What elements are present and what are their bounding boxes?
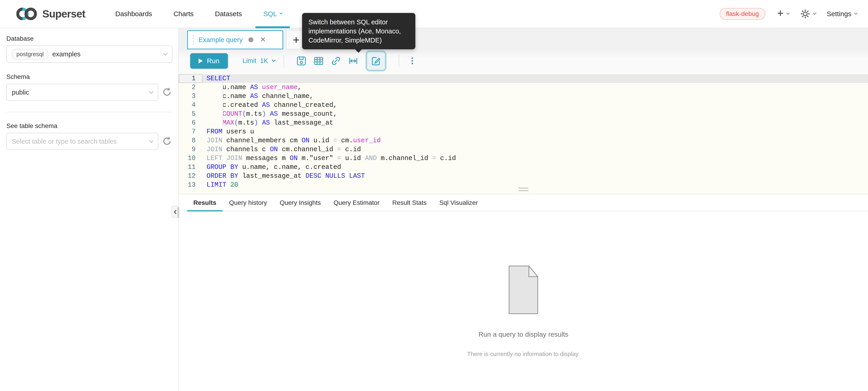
editor-resize-handle[interactable] (518, 185, 529, 193)
unsaved-indicator-dot (248, 37, 253, 42)
more-kebab-icon (411, 56, 413, 65)
code-text: u.name AS user_name, (203, 83, 868, 92)
sql-code-editor[interactable]: 1SELECT2 u.name AS user_name,3 c.name AS… (179, 73, 868, 194)
expand-width-button[interactable] (348, 56, 358, 66)
nav-dashboards[interactable]: Dashboards (115, 0, 152, 28)
sun-theme-icon (800, 9, 810, 19)
refresh-icon (162, 87, 172, 97)
chevron-down-icon (813, 11, 816, 15)
new-item-menu[interactable]: + (777, 9, 789, 19)
line-number: 2 (179, 83, 203, 92)
results-tabbar: Results Query history Query Insights Que… (179, 194, 868, 211)
database-select[interactable]: postgresql examples (6, 45, 173, 63)
code-text: c.name AS channel_name, (203, 92, 868, 101)
expand-width-icon (348, 56, 358, 66)
indent-guide (223, 83, 223, 127)
results-empty-state: Run a query to display results There is … (179, 211, 868, 391)
save-icon (297, 56, 306, 66)
code-line: 5 COUNT(m.ts) AS message_count, (179, 109, 868, 119)
active-nav-underline (255, 26, 290, 28)
sidebar-resize-grip[interactable] (178, 207, 179, 218)
superset-logo[interactable]: Superset (17, 7, 85, 21)
tab-results[interactable]: Results (187, 194, 222, 211)
code-line: 7FROM users u (179, 127, 868, 136)
tab-query-estimator[interactable]: Query Estimator (327, 194, 385, 211)
schema-select[interactable]: public (6, 84, 158, 101)
edit-icon (371, 56, 381, 66)
run-button[interactable]: Run (190, 53, 228, 69)
brand-name: Superset (42, 8, 85, 20)
link-icon (331, 56, 341, 66)
schema-label: Schema (6, 73, 172, 80)
query-tab[interactable]: Example query × (187, 30, 283, 49)
empty-document-icon (508, 265, 538, 314)
line-number: 6 (179, 119, 203, 127)
drag-handle-icon[interactable] (193, 34, 194, 45)
limit-dropdown[interactable]: Limit 1K (243, 57, 275, 65)
render-table-button[interactable] (314, 56, 324, 66)
sidebar-divider (6, 112, 172, 112)
sqllab-sidebar: Database postgresql examples Schema publ… (0, 28, 179, 391)
nav-datasets[interactable]: Datasets (215, 0, 242, 28)
line-number: 8 (179, 136, 203, 145)
line-number: 5 (179, 109, 203, 119)
settings-menu[interactable]: Settings (827, 10, 857, 18)
tooltip-line: Switch between SQL editor (308, 18, 409, 27)
tab-sql-visualizer[interactable]: Sql Visualizer (433, 194, 484, 211)
navbar-right: flask-debug + Settings (720, 8, 857, 20)
table-select[interactable]: Select table or type to search tables (6, 133, 158, 150)
nav-sql[interactable]: SQL (263, 0, 282, 28)
tab-result-stats[interactable]: Result Stats (386, 194, 433, 211)
line-number: 11 (179, 163, 203, 172)
database-engine-tag: postgresql (12, 49, 48, 60)
refresh-tables-button[interactable] (162, 136, 172, 147)
chevron-down-icon (272, 58, 275, 62)
table-schema-label: See table schema (6, 122, 172, 130)
code-text: c.created AS channel_created, (203, 101, 868, 109)
switch-editor-button[interactable] (366, 51, 386, 71)
tab-query-insights[interactable]: Query Insights (274, 194, 327, 211)
main-menu: Dashboards Charts Datasets SQL (105, 0, 293, 28)
save-query-button[interactable] (297, 56, 306, 66)
line-number: 4 (179, 101, 203, 109)
sqllab-main: Example query × + Run Limit 1K (179, 28, 868, 391)
plus-icon: + (777, 8, 784, 19)
close-tab-icon[interactable]: × (260, 35, 266, 44)
more-options-button[interactable] (411, 56, 413, 65)
nav-charts[interactable]: Charts (174, 0, 193, 28)
chevron-down-icon (854, 11, 858, 15)
line-number: 12 (179, 172, 203, 181)
table-icon (314, 56, 324, 66)
top-navbar: Superset Dashboards Charts Datasets SQL … (0, 0, 868, 28)
code-line: 2 u.name AS user_name, (179, 83, 868, 92)
code-line: 8JOIN channel_members cm ON u.id = cm.us… (179, 136, 868, 145)
code-line: 4 c.created AS channel_created, (179, 101, 868, 109)
code-text: LIMIT 20 (203, 181, 868, 189)
code-text: MAX(m.ts) AS last_message_at (203, 119, 868, 127)
database-value: examples (52, 51, 81, 58)
code-text: LEFT JOIN messages m ON m."user" = u.id … (203, 154, 868, 163)
line-number: 10 (179, 154, 203, 163)
chevron-down-icon (149, 89, 154, 94)
share-link-button[interactable] (331, 56, 341, 66)
refresh-icon (162, 136, 172, 146)
editor-switch-tooltip: Switch between SQL editorimplementations… (302, 13, 415, 49)
database-label: Database (6, 35, 172, 42)
tab-query-history[interactable]: Query history (223, 194, 273, 211)
environment-tag: flask-debug (720, 8, 766, 20)
chevron-down-icon (163, 51, 168, 56)
line-number: 3 (179, 92, 203, 101)
code-text: JOIN channels c ON cm.channel_id = c.id (203, 145, 868, 154)
code-text: GROUP BY u.name, c.name, c.created (203, 163, 868, 172)
line-number: 9 (179, 145, 203, 154)
line-number: 7 (179, 127, 203, 136)
line-number: 1 (179, 74, 203, 83)
toolbar-divider (399, 55, 399, 67)
code-text: FROM users u (203, 127, 868, 136)
code-line: 12ORDER BY last_message_at DESC NULLS LA… (179, 172, 868, 181)
theme-menu[interactable] (800, 9, 816, 19)
code-line: 3 c.name AS channel_name, (179, 92, 868, 101)
refresh-schemas-button[interactable] (162, 87, 172, 98)
code-text: JOIN channel_members cm ON u.id = cm.use… (203, 136, 868, 145)
query-tab-title: Example query (198, 36, 243, 44)
